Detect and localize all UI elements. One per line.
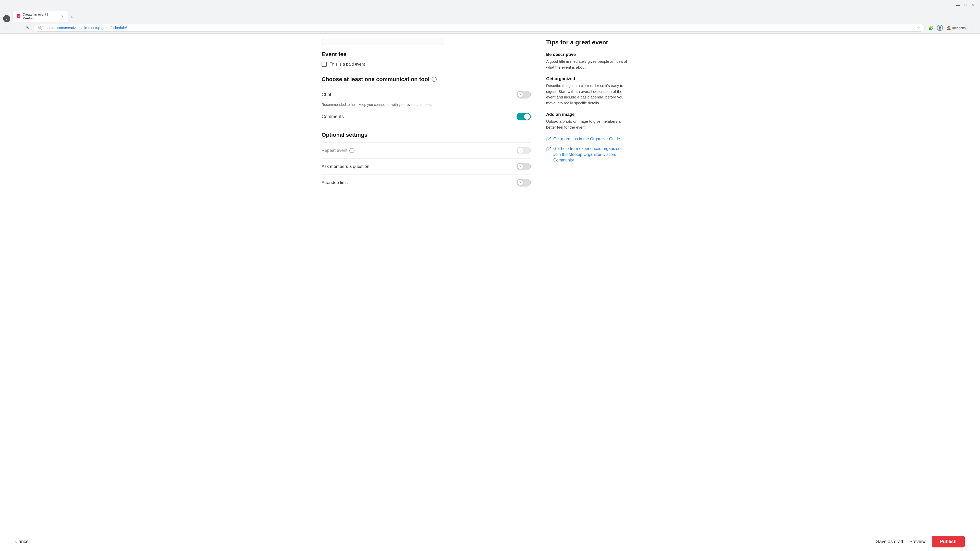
- communication-tool-section: Choose at least one communication tool i…: [321, 76, 531, 122]
- toolbar-icons: 🧩 👤 🕵 Incognito ⋮: [927, 24, 977, 32]
- repeat-event-info-icon[interactable]: i: [349, 148, 355, 153]
- repeat-event-thumb: ✕: [517, 147, 523, 153]
- discord-community-text: Get help from experienced organizers. Jo…: [553, 146, 628, 163]
- reload-button[interactable]: ↻: [24, 24, 32, 32]
- address-bar[interactable]: 🔍 meetup.com/creative-circle-meetup-grou…: [34, 24, 924, 32]
- back-button[interactable]: ←: [3, 24, 11, 32]
- optional-settings-title: Optional settings: [321, 132, 531, 138]
- url-display: meetup.com/creative-circle-meetup-group/…: [45, 26, 915, 30]
- incognito-label: Incognito: [952, 26, 966, 30]
- scroll-container[interactable]: Event fee This is a paid event Choose at…: [0, 34, 980, 549]
- paid-event-checkbox[interactable]: [321, 62, 327, 67]
- comments-toggle-thumb: [524, 114, 530, 120]
- incognito-badge: 🕵 Incognito: [945, 25, 968, 31]
- attendee-limit-thumb: ✕: [517, 179, 523, 186]
- footer-right-actions: Save as draft Preview Publish: [876, 536, 965, 548]
- external-link-icon-2: [546, 146, 551, 151]
- page-layout: Event fee This is a paid event Choose at…: [311, 34, 669, 205]
- publish-button[interactable]: Publish: [932, 536, 965, 548]
- tip1-text: A good title immediately gives people an…: [546, 59, 628, 70]
- comm-section-header: Choose at least one communication tool i: [321, 76, 531, 83]
- browser-titlebar: — □ ✕: [0, 0, 980, 10]
- tip2-text: Describe things in a clear order so it's…: [546, 83, 628, 106]
- profile-button[interactable]: 👤: [936, 24, 944, 32]
- organizer-guide-link[interactable]: Get more tips in the Organizer Guide: [546, 136, 628, 142]
- footer-bar: Cancel Save as draft Preview Publish: [0, 532, 980, 549]
- new-tab-button[interactable]: +: [68, 13, 75, 22]
- comm-info-icon[interactable]: i: [431, 77, 437, 82]
- repeat-event-row: Repeat event i ✕: [321, 142, 531, 159]
- comments-label: Comments: [321, 114, 344, 119]
- sidebar-column: Tips for a great event Be descriptive A …: [531, 34, 628, 205]
- external-link-icon-1: [546, 137, 551, 141]
- comments-toggle-row: Comments: [321, 111, 531, 122]
- top-bar-snippet: [321, 39, 444, 45]
- profile-icon[interactable]: ⌄: [3, 15, 10, 22]
- tab-title: Create an event | Meetup: [22, 13, 58, 20]
- tip3-text: Upload a photo or image to give members …: [546, 119, 628, 130]
- chat-toggle[interactable]: ✕: [517, 91, 531, 98]
- forward-button[interactable]: →: [13, 24, 21, 32]
- attendee-limit-toggle[interactable]: ✕: [517, 179, 531, 186]
- tab-close-button[interactable]: ✕: [60, 14, 64, 18]
- paid-event-row: This is a paid event: [321, 62, 531, 67]
- preview-button[interactable]: Preview: [909, 537, 926, 546]
- cancel-button[interactable]: Cancel: [15, 537, 30, 546]
- chat-row-group: Chat ✕ Recommended to help keep you conn…: [321, 89, 531, 106]
- incognito-icon: 🕵: [947, 26, 951, 30]
- ask-members-row: Ask members a question ✕: [321, 159, 531, 175]
- repeat-event-label: Repeat event: [321, 148, 347, 153]
- extensions-button[interactable]: 🧩: [927, 24, 935, 32]
- tips-title: Tips for a great event: [546, 39, 628, 46]
- bookmark-icon[interactable]: ☆: [917, 26, 920, 30]
- main-column: Event fee This is a paid event Choose at…: [321, 34, 531, 205]
- paid-event-label: This is a paid event: [330, 62, 365, 67]
- ask-members-toggle[interactable]: ✕: [517, 163, 531, 170]
- tab-favicon: M: [17, 14, 21, 18]
- browser-chrome: — □ ✕ ⌄ M Create an event | Meetup ✕ + ←…: [0, 0, 980, 34]
- chat-label: Chat: [321, 92, 331, 97]
- event-fee-section: Event fee This is a paid event: [321, 51, 531, 67]
- attendee-limit-label: Attendee limit: [321, 180, 348, 185]
- comm-section-title-text: Choose at least one communication tool: [321, 76, 430, 83]
- tip1-heading: Be descriptive: [546, 52, 628, 57]
- tab-bar: ⌄ M Create an event | Meetup ✕ +: [0, 10, 980, 22]
- svg-line-1: [548, 147, 550, 149]
- chat-toggle-row: Chat ✕: [321, 89, 531, 100]
- ask-members-label: Ask members a question: [321, 164, 369, 169]
- organizer-guide-text: Get more tips in the Organizer Guide: [553, 136, 620, 142]
- tip-get-organized: Get organized Describe things in a clear…: [546, 76, 628, 106]
- search-icon: 🔍: [38, 26, 42, 30]
- active-tab[interactable]: M Create an event | Meetup ✕: [12, 10, 68, 22]
- tip-be-descriptive: Be descriptive A good title immediately …: [546, 52, 628, 70]
- menu-button[interactable]: ⋮: [969, 24, 977, 32]
- optional-settings-section: Optional settings Repeat event i ✕: [321, 132, 531, 191]
- svg-line-0: [548, 137, 550, 140]
- tip3-heading: Add an image: [546, 112, 628, 117]
- discord-community-link[interactable]: Get help from experienced organizers. Jo…: [546, 146, 628, 163]
- chat-toggle-thumb: ✕: [517, 91, 523, 97]
- address-bar-row: ← → ↻ 🔍 meetup.com/creative-circle-meetu…: [0, 22, 980, 33]
- event-fee-title: Event fee: [321, 51, 531, 58]
- page-content-inner: Event fee This is a paid event Choose at…: [0, 34, 980, 225]
- save-draft-button[interactable]: Save as draft: [876, 537, 903, 546]
- repeat-event-toggle[interactable]: ✕: [517, 147, 531, 154]
- minimize-button[interactable]: —: [955, 2, 962, 9]
- comments-toggle[interactable]: [517, 113, 531, 121]
- tip2-heading: Get organized: [546, 76, 628, 81]
- tip-add-image: Add an image Upload a photo or image to …: [546, 112, 628, 130]
- chat-sublabel: Recommended to help keep you connected w…: [321, 103, 531, 106]
- repeat-event-label-group: Repeat event i: [321, 148, 355, 153]
- ask-members-thumb: ✕: [517, 163, 523, 169]
- close-button[interactable]: ✕: [970, 2, 977, 9]
- attendee-limit-row: Attendee limit ✕: [321, 175, 531, 191]
- maximize-button[interactable]: □: [962, 2, 969, 9]
